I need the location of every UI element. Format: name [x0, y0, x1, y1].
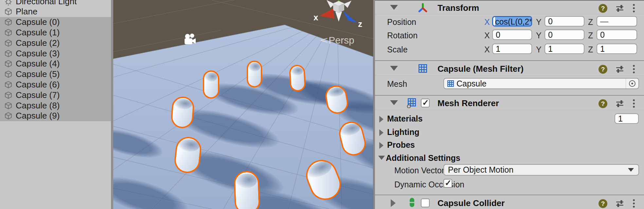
hierarchy-item[interactable]: Capsule (4) — [0, 59, 111, 69]
scene-view[interactable]: x z < Persp — [113, 0, 373, 209]
hierarchy-item[interactable]: Plane — [0, 7, 111, 17]
rotation-x-axis-label: X — [484, 31, 490, 40]
cube-icon — [4, 39, 12, 47]
scene-orientation-gizmo[interactable]: x z — [310, 0, 368, 33]
capsule-collider-header[interactable]: Capsule Collider ? — [375, 196, 644, 209]
foldout-arrow-icon[interactable] — [390, 100, 398, 105]
additional-settings-foldout-icon[interactable] — [378, 156, 385, 160]
hierarchy-item[interactable]: Capsule (1) — [0, 27, 111, 38]
gizmo-z-label: z — [358, 19, 362, 29]
presets-icon[interactable] — [615, 99, 624, 108]
cube-icon — [4, 18, 12, 26]
cube-icon — [4, 60, 12, 68]
hierarchy-item-label: Capsule (7) — [16, 90, 60, 100]
materials-count-field[interactable]: 1 — [615, 113, 639, 124]
hierarchy-panel[interactable]: Directional LightPlaneCapsule (0)Capsule… — [0, 0, 111, 209]
cube-icon — [4, 49, 12, 58]
hierarchy-item[interactable]: Directional Light — [0, 0, 111, 7]
dropdown-arrow-icon — [628, 168, 634, 172]
lighting-foldout-icon[interactable] — [379, 129, 384, 136]
capsule-object[interactable] — [203, 70, 219, 99]
help-icon[interactable]: ? — [599, 65, 607, 74]
hierarchy-item[interactable]: Capsule (7) — [0, 90, 111, 100]
hierarchy-item-label: Capsule (2) — [16, 38, 60, 48]
rotation-y-axis-label: Y — [536, 31, 542, 40]
gizmo-x-label: x — [313, 12, 318, 22]
camera-gizmo-icon[interactable] — [183, 33, 196, 50]
component-enabled-checkbox[interactable] — [421, 99, 430, 107]
kebab-menu-icon[interactable] — [632, 199, 635, 208]
capsule-object[interactable] — [247, 61, 262, 87]
presets-icon[interactable] — [615, 199, 624, 208]
hierarchy-item[interactable]: Capsule (3) — [0, 48, 111, 59]
scale-x-field[interactable]: 1 — [492, 44, 532, 54]
materials-foldout-icon[interactable] — [379, 116, 384, 123]
dynamic-occlusion-checkbox[interactable] — [443, 179, 452, 188]
dynamic-occlusion-label: Dynamic Occlusion — [394, 180, 464, 189]
scale-y-axis-label: Y — [536, 45, 542, 54]
foldout-arrow-icon[interactable] — [391, 199, 396, 207]
capsule-collider-icon — [407, 197, 417, 208]
hierarchy-item-label: Capsule (1) — [16, 28, 60, 38]
inspector-panel: Transform ? Position X cos(L(0,2* Y 0 Z … — [375, 0, 644, 209]
mesh-icon — [447, 80, 455, 87]
transform-icon — [418, 3, 428, 13]
gizmo-z-axis-icon[interactable] — [343, 11, 357, 23]
capsule-object[interactable] — [289, 64, 306, 91]
presets-icon[interactable] — [615, 65, 624, 74]
cube-icon — [4, 102, 12, 110]
hierarchy-item-label: Capsule (9) — [16, 111, 60, 121]
hierarchy-item[interactable]: Capsule (6) — [0, 79, 111, 90]
hierarchy-item-label: Plane — [16, 7, 38, 17]
transform-header[interactable]: Transform ? — [375, 1, 644, 14]
persp-arrow-icon: < — [320, 35, 328, 46]
rotation-z-field[interactable]: 0 — [597, 29, 637, 40]
perspective-toggle[interactable]: < Persp — [321, 35, 354, 46]
rotation-y-field[interactable]: 0 — [545, 29, 584, 40]
hierarchy-item[interactable]: Capsule (0) — [0, 17, 111, 28]
scale-y-field[interactable]: 1 — [545, 44, 584, 54]
probes-foldout-icon[interactable] — [379, 142, 384, 149]
mesh-renderer-header[interactable]: Mesh Renderer ? — [375, 96, 644, 110]
cube-icon — [4, 8, 12, 16]
mesh-filter-icon — [418, 63, 428, 74]
scale-z-field[interactable]: 1 — [597, 44, 637, 54]
help-icon[interactable]: ? — [599, 4, 607, 13]
capsule-shadow — [113, 123, 166, 163]
mesh-renderer-icon — [406, 98, 417, 108]
motion-vectors-value: Per Object Motion — [448, 165, 513, 175]
position-y-field[interactable]: 0 — [545, 16, 584, 27]
gizmo-axis-cone[interactable] — [335, 12, 342, 22]
component-enabled-checkbox[interactable] — [421, 199, 430, 207]
hierarchy-item[interactable]: Capsule (9) — [0, 111, 111, 121]
position-z-field[interactable]: — — [597, 16, 637, 27]
object-picker-icon[interactable] — [626, 79, 638, 88]
motion-vectors-dropdown[interactable]: Per Object Motion — [443, 164, 639, 176]
materials-label: Materials — [387, 114, 422, 124]
light-icon — [4, 0, 12, 6]
rotation-x-field[interactable]: 0 — [492, 29, 532, 40]
gizmo-axis-cone[interactable] — [344, 1, 351, 8]
kebab-menu-icon[interactable] — [632, 3, 635, 13]
mesh-object-field[interactable]: Capsule — [443, 78, 639, 89]
presets-icon[interactable] — [615, 4, 624, 13]
mesh-filter-header[interactable]: Capsule (Mesh Filter) ? — [375, 62, 644, 75]
capsule-shadow — [113, 169, 192, 209]
hierarchy-item[interactable]: Capsule (8) — [0, 100, 111, 111]
gizmo-x-axis-icon[interactable] — [319, 9, 334, 19]
cube-icon — [4, 70, 12, 78]
help-icon[interactable]: ? — [599, 199, 607, 208]
position-x-field[interactable]: cos(L(0,2* — [492, 16, 532, 27]
cube-icon — [4, 91, 12, 99]
kebab-menu-icon[interactable] — [632, 99, 635, 108]
hierarchy-item[interactable]: Capsule (5) — [0, 69, 111, 80]
hierarchy-item-label: Directional Light — [16, 0, 77, 7]
hierarchy-item-label: Capsule (8) — [16, 101, 60, 111]
hierarchy-item[interactable]: Capsule (2) — [0, 38, 111, 48]
foldout-arrow-icon[interactable] — [390, 5, 398, 10]
motion-vectors-label: Motion Vectors — [394, 166, 448, 175]
kebab-menu-icon[interactable] — [632, 64, 635, 74]
foldout-arrow-icon[interactable] — [390, 66, 398, 71]
capsule-object[interactable] — [233, 171, 260, 209]
help-icon[interactable]: ? — [599, 99, 607, 108]
